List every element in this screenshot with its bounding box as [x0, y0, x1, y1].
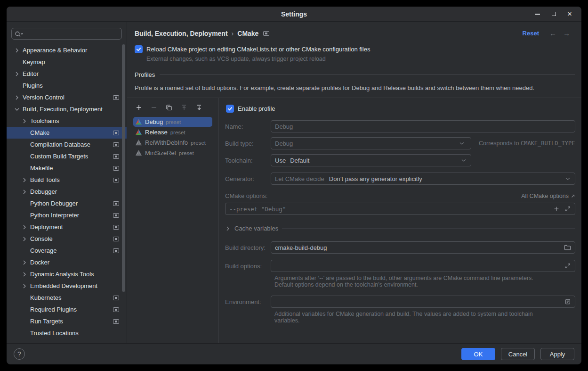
- generator-combo[interactable]: Let CMake decide Don’t pass any generato…: [271, 173, 575, 185]
- sidebar-item-build-execution-deployment[interactable]: Build, Execution, Deployment: [7, 103, 127, 115]
- sidebar-item-label: Makefile: [30, 165, 113, 172]
- sidebar-item-deployment[interactable]: Deployment: [7, 221, 127, 233]
- sidebar-item-version-control[interactable]: Version Control: [7, 91, 127, 103]
- maximize-button[interactable]: [548, 9, 560, 19]
- chevron-collapsed-icon[interactable]: [22, 272, 30, 277]
- breadcrumb-current: CMake: [237, 30, 258, 37]
- name-field[interactable]: Debug: [271, 120, 575, 132]
- project-setting-icon: [113, 95, 119, 100]
- help-button[interactable]: ?: [14, 348, 25, 360]
- project-setting-icon: [113, 319, 119, 324]
- sidebar-item-python-interpreter[interactable]: Python Interpreter: [7, 209, 127, 221]
- build-type-combo[interactable]: Debug: [271, 137, 471, 149]
- chevron-collapsed-icon[interactable]: [14, 71, 23, 77]
- sidebar-item-cmake[interactable]: CMake: [7, 127, 127, 139]
- sidebar-item-console[interactable]: Console: [7, 233, 127, 245]
- cmake-options-field[interactable]: --preset "Debug": [225, 203, 575, 215]
- chevron-collapsed-icon[interactable]: [22, 118, 30, 124]
- reset-link[interactable]: Reset: [523, 30, 539, 37]
- chevron-expanded-icon[interactable]: [14, 107, 23, 112]
- sidebar-item-compilation-database[interactable]: Compilation Database: [7, 139, 127, 150]
- sidebar-item-custom-build-targets[interactable]: Custom Build Targets: [7, 150, 127, 162]
- expand-icon[interactable]: [564, 206, 571, 212]
- minus-icon: [150, 104, 158, 111]
- search-box[interactable]: [11, 28, 122, 40]
- profile-item-relwithdebinfo[interactable]: RelWithDebInfopreset: [133, 138, 212, 148]
- sidebar-item-editor[interactable]: Editor: [7, 68, 127, 80]
- remove-profile-button[interactable]: [149, 103, 159, 112]
- chevron-collapsed-icon[interactable]: [22, 236, 30, 242]
- sidebar-item-dynamic-analysis-tools[interactable]: Dynamic Analysis Tools: [7, 268, 127, 280]
- sidebar-item-trusted-locations[interactable]: Trusted Locations: [7, 327, 127, 339]
- sidebar-item-debugger[interactable]: Debugger: [7, 186, 127, 198]
- sidebar-item-plugins[interactable]: Plugins: [7, 80, 127, 91]
- chevron-collapsed-icon[interactable]: [22, 189, 30, 195]
- sidebar-item-embedded-development[interactable]: Embedded Development: [7, 280, 127, 292]
- build-options-label: Build options:: [225, 263, 271, 270]
- expand-icon[interactable]: [564, 263, 571, 269]
- profile-item-minsizerel[interactable]: MinSizeRelpreset: [133, 148, 212, 158]
- move-down-icon: [195, 104, 203, 111]
- move-down-button[interactable]: [194, 103, 204, 112]
- sidebar-item-coverage[interactable]: Coverage: [7, 245, 127, 256]
- sidebar-item-build-tools[interactable]: Build Tools: [7, 174, 127, 186]
- folder-icon[interactable]: [564, 244, 571, 251]
- cmake-options-label: CMake options:: [225, 192, 271, 199]
- move-up-button[interactable]: [179, 103, 189, 112]
- sidebar-item-appearance-behavior[interactable]: Appearance & Behavior: [7, 44, 127, 56]
- sidebar-item-python-debugger[interactable]: Python Debugger: [7, 198, 127, 209]
- project-setting-icon: [113, 307, 119, 312]
- reload-cmake-checkbox[interactable]: [135, 45, 143, 53]
- add-profile-button[interactable]: [134, 103, 144, 112]
- profile-name: RelWithDebInfo: [145, 139, 188, 146]
- chevron-collapsed-icon[interactable]: [14, 48, 23, 53]
- close-button[interactable]: ×: [564, 9, 576, 19]
- variables-list-icon[interactable]: [564, 298, 571, 305]
- forward-arrow-icon[interactable]: →: [563, 29, 570, 37]
- sidebar-item-keymap[interactable]: Keymap: [7, 56, 127, 68]
- back-arrow-icon[interactable]: ←: [549, 29, 556, 37]
- settings-tree: Appearance & BehaviorKeymapEditorPlugins…: [7, 44, 127, 339]
- add-option-icon[interactable]: [553, 206, 560, 212]
- chevron-collapsed-icon[interactable]: [22, 260, 30, 265]
- profile-toolbar: [127, 102, 218, 116]
- cache-variables-toggle[interactable]: Cache variables: [225, 225, 575, 232]
- apply-button[interactable]: Apply: [540, 348, 574, 360]
- build-options-field[interactable]: [271, 260, 575, 272]
- chevron-down-icon[interactable]: [455, 138, 467, 149]
- sidebar-item-docker[interactable]: Docker: [7, 256, 127, 268]
- sidebar-item-required-plugins[interactable]: Required Plugins: [7, 304, 127, 315]
- enable-profile-checkbox[interactable]: [226, 105, 234, 113]
- build-options-hint: Arguments after ‘--’ are passed to the b…: [274, 275, 575, 288]
- close-icon: ×: [567, 10, 572, 18]
- all-cmake-options-link[interactable]: All CMake options: [521, 193, 575, 199]
- sidebar-item-kubernetes[interactable]: Kubernetes: [7, 292, 127, 304]
- sidebar-item-run-targets[interactable]: Run Targets: [7, 315, 127, 327]
- sidebar-item-label: Coverage: [30, 247, 113, 254]
- generator-label: Generator:: [225, 175, 271, 182]
- breadcrumb-root[interactable]: Build, Execution, Deployment: [135, 30, 228, 37]
- chevron-down-icon[interactable]: [458, 157, 467, 164]
- cancel-button[interactable]: Cancel: [501, 348, 535, 360]
- toolchain-combo[interactable]: Use Default: [271, 154, 471, 166]
- profile-item-release[interactable]: Releasepreset: [133, 127, 212, 137]
- chevron-collapsed-icon[interactable]: [14, 95, 23, 100]
- copy-icon: [165, 104, 173, 111]
- plus-icon: [135, 104, 143, 111]
- search-input[interactable]: [25, 30, 119, 37]
- chevron-collapsed-icon[interactable]: [22, 177, 30, 183]
- sidebar-item-toolchains[interactable]: Toolchains: [7, 115, 127, 127]
- duplicate-profile-button[interactable]: [164, 103, 174, 112]
- chevron-collapsed-icon[interactable]: [22, 283, 30, 289]
- chevron-collapsed-icon[interactable]: [22, 224, 30, 230]
- sidebar-item-makefile[interactable]: Makefile: [7, 162, 127, 174]
- environment-field[interactable]: [271, 296, 575, 308]
- profile-item-debug[interactable]: Debugpreset: [133, 117, 212, 127]
- sidebar-scrollbar[interactable]: [122, 44, 125, 292]
- ok-button[interactable]: OK: [461, 348, 495, 360]
- chevron-down-icon[interactable]: [562, 175, 571, 182]
- profile-list: DebugpresetReleasepresetRelWithDebInfopr…: [127, 117, 218, 158]
- minimize-button[interactable]: [532, 9, 544, 19]
- build-directory-field[interactable]: cmake-build-debug: [271, 241, 575, 254]
- build-directory-label: Build directory:: [225, 244, 271, 251]
